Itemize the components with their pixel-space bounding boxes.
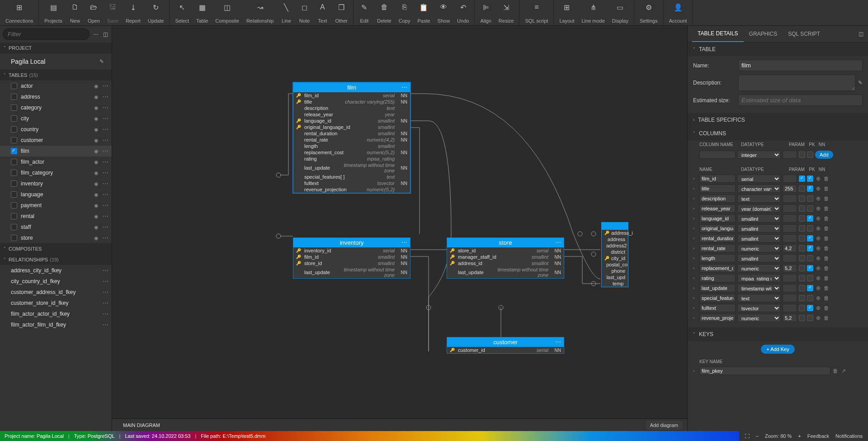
col-name-input[interactable] (699, 185, 736, 193)
eye-icon[interactable]: ◉ (94, 116, 99, 122)
more-icon[interactable]: ⋯ (102, 299, 108, 307)
account-button[interactable]: 👤Account (665, 0, 691, 25)
col-nn-check[interactable] (807, 295, 813, 301)
undo-button[interactable]: ↶Undo (453, 0, 472, 25)
display-button[interactable]: ▭Display (609, 0, 632, 25)
key-name-input[interactable] (699, 367, 830, 375)
col-nn-check[interactable] (807, 275, 813, 281)
more-icon[interactable]: ⋯ (102, 126, 108, 133)
delete-icon[interactable]: 🗑 (823, 255, 830, 261)
expand-icon[interactable]: › (693, 206, 698, 211)
section-project[interactable]: ˅PROJECT (0, 43, 112, 53)
col-name-input[interactable] (699, 294, 736, 302)
col-pk-check[interactable] (799, 185, 805, 192)
col-name-input[interactable] (699, 224, 736, 232)
select-button[interactable]: ↖Select (171, 0, 193, 25)
line-button[interactable]: ╲Line (277, 0, 295, 25)
composite-button[interactable]: ◫Composite (212, 0, 243, 25)
col-type-select[interactable]: tsvector (737, 304, 781, 312)
edit-button[interactable]: ✎Edit (355, 0, 373, 25)
eye-icon[interactable]: ◉ (94, 235, 99, 241)
key-detail-icon[interactable]: ↗ (840, 368, 847, 374)
delete-key-icon[interactable]: 🗑 (832, 368, 839, 374)
col-param-input[interactable] (783, 194, 797, 203)
more-icon[interactable]: ⋯ (102, 202, 108, 209)
notifications-link[interactable]: Notifications (835, 433, 863, 439)
col-nn-check[interactable] (807, 255, 813, 261)
col-nn-check[interactable] (807, 285, 813, 291)
fullscreen-icon[interactable]: ⛶ (745, 433, 750, 439)
more-icon[interactable]: ⋯ (102, 310, 108, 318)
col-name-input[interactable] (699, 175, 736, 183)
edit-desc-icon[interactable]: ✎ (858, 80, 863, 86)
table-item-store[interactable]: store◉⋯ (0, 232, 112, 243)
section-keys[interactable]: ˅KEYS (688, 327, 868, 341)
eye-icon[interactable]: ◉ (94, 203, 99, 209)
col-type-select[interactable]: mpaa_rating (er (737, 274, 781, 282)
expand-icon[interactable]: › (693, 176, 698, 181)
expand-icon[interactable]: › (693, 216, 698, 221)
col-type-select[interactable]: numeric (737, 314, 781, 322)
section-relationships[interactable]: ˅RELATIONSHIPS(19) (0, 254, 112, 265)
col-type-select[interactable]: numeric (737, 264, 781, 272)
settings-button[interactable]: ⚙Settings (636, 0, 661, 25)
more-icon[interactable]: ⋯ (102, 115, 108, 122)
rel-item[interactable]: film_actor_film_id_fkey⋯ (0, 319, 112, 330)
open-button[interactable]: 🗁Open (84, 0, 104, 25)
entity-store[interactable]: store⋯ 🔑store_idserialNN🔑manager_staff_i… (447, 237, 564, 279)
table-item-category[interactable]: category◉⋯ (0, 102, 112, 113)
drag-icon[interactable]: ⊕ (815, 175, 821, 182)
drag-icon[interactable]: ⊕ (815, 195, 821, 202)
col-pk-check[interactable] (799, 225, 805, 232)
delete-icon[interactable]: 🗑 (823, 265, 830, 271)
col-nn-check[interactable] (807, 185, 813, 192)
expand-icon[interactable]: › (693, 196, 698, 201)
delete-icon[interactable]: 🗑 (823, 285, 830, 291)
resize-button[interactable]: ⇲Resize (495, 0, 518, 25)
col-pk-check[interactable] (799, 195, 805, 202)
col-name-input[interactable] (699, 234, 736, 242)
col-pk-check[interactable] (799, 295, 805, 301)
note-button[interactable]: ◻Note (295, 0, 313, 25)
project-name[interactable]: Pagila Local (11, 58, 96, 65)
relationship-button[interactable]: ↝Relationship (243, 0, 278, 25)
zoom-out-icon[interactable]: − (756, 433, 759, 439)
col-nn-check[interactable] (807, 205, 813, 212)
table-item-film_category[interactable]: film_category◉⋯ (0, 167, 112, 178)
more-icon[interactable]: ⋯ (102, 137, 108, 144)
col-pk-check[interactable] (799, 275, 805, 281)
col-pk-check[interactable] (799, 315, 805, 321)
col-name-input[interactable] (699, 254, 736, 262)
diagram-canvas[interactable]: film⋯ 🔑film_idserialNN🔑titlecharacter va… (112, 26, 687, 431)
eye-icon[interactable]: ◉ (94, 159, 99, 165)
col-type-select[interactable]: year (domain) (737, 204, 781, 213)
save-button[interactable]: 🖫Save (104, 0, 122, 25)
rel-item[interactable]: film_actor_actor_id_fkey⋯ (0, 308, 112, 319)
col-pk-check[interactable] (799, 265, 805, 271)
panel-toggle-icon[interactable]: ◫ (859, 31, 863, 37)
table-item-staff[interactable]: staff◉⋯ (0, 222, 112, 232)
drag-icon[interactable]: ⊕ (815, 275, 821, 281)
drag-icon[interactable]: ⊕ (815, 245, 821, 251)
checkbox[interactable] (11, 224, 17, 230)
table-item-rental[interactable]: rental◉⋯ (0, 211, 112, 222)
more-icon[interactable]: ⋯ (102, 191, 108, 198)
col-param-input[interactable] (783, 314, 797, 322)
col-nn-check[interactable] (807, 225, 813, 232)
table-item-film_actor[interactable]: film_actor◉⋯ (0, 156, 112, 167)
col-param-input[interactable] (783, 294, 797, 302)
checkbox[interactable] (11, 94, 17, 100)
col-nn-check[interactable] (807, 265, 813, 271)
line-mode-button[interactable]: ⋔Line mode (578, 0, 608, 25)
table-item-inventory[interactable]: inventory◉⋯ (0, 178, 112, 189)
col-pk-check[interactable] (799, 255, 805, 261)
section-columns[interactable]: ˅COLUMNS (688, 127, 868, 140)
checkbox[interactable] (11, 159, 17, 165)
entity-inventory[interactable]: inventory⋯ 🔑inventory_idserialNN🔑film_id… (293, 237, 410, 279)
checkbox[interactable] (11, 126, 17, 133)
col-param-input[interactable] (783, 214, 797, 223)
drag-icon[interactable]: ⊕ (815, 315, 821, 321)
more-icon[interactable]: ⋯ (102, 147, 108, 155)
checkbox[interactable] (11, 180, 17, 187)
col-name-input[interactable] (699, 214, 736, 223)
